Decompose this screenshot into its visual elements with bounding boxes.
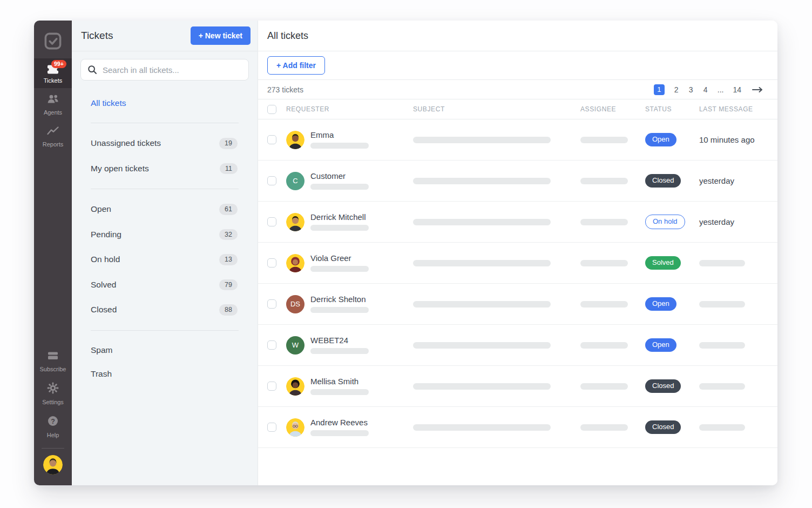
- subject-skeleton: [413, 137, 551, 143]
- sidebar-item-closed[interactable]: Closed88: [72, 297, 258, 323]
- count-badge: 88: [219, 304, 238, 316]
- page-4[interactable]: 4: [703, 85, 708, 94]
- search-input[interactable]: [80, 59, 249, 81]
- notification-badge: 99+: [51, 60, 66, 68]
- new-ticket-button[interactable]: + New ticket: [191, 26, 251, 45]
- sidebar-item-unassigned-tickets[interactable]: Unassigned tickets19: [72, 131, 258, 156]
- select-all-checkbox[interactable]: [267, 105, 276, 114]
- question-icon: ?: [46, 415, 59, 430]
- user-avatar[interactable]: [43, 455, 63, 474]
- page-ellipsis: ...: [718, 85, 724, 94]
- assignee-skeleton: [580, 260, 628, 266]
- row-checkbox[interactable]: [267, 176, 276, 185]
- status-badge[interactable]: Open: [645, 297, 676, 310]
- row-checkbox[interactable]: [267, 135, 276, 144]
- requester-name: Andrew Reeves: [310, 418, 369, 427]
- status-badge[interactable]: Open: [645, 338, 676, 351]
- ticket-row[interactable]: Mellisa SmithClosed: [258, 366, 777, 407]
- add-filter-button[interactable]: + Add filter: [267, 56, 325, 75]
- table-header: REQUESTER SUBJECT ASSIGNEE STATUS LAST M…: [258, 99, 777, 119]
- requester-avatar: DS: [286, 295, 304, 313]
- row-checkbox[interactable]: [267, 340, 276, 350]
- requester-avatar: [286, 377, 304, 396]
- arrow-right-icon[interactable]: [752, 86, 763, 93]
- status-badge[interactable]: Closed: [645, 379, 681, 392]
- row-checkbox[interactable]: [267, 423, 276, 432]
- row-checkbox[interactable]: [267, 217, 276, 226]
- ticket-row[interactable]: WWEBET24Open: [258, 325, 777, 366]
- page-2[interactable]: 2: [674, 85, 679, 94]
- rail-item-label: Subscribe: [40, 366, 66, 372]
- sidebar-item-open[interactable]: Open61: [72, 197, 258, 222]
- column-header-assignee: ASSIGNEE: [580, 105, 645, 113]
- subject-skeleton: [413, 342, 551, 349]
- ticket-icon: [46, 68, 60, 77]
- count-badge: 79: [219, 279, 238, 291]
- ticket-row[interactable]: CCustomerClosedyesterday: [258, 161, 777, 202]
- count-badge: 13: [219, 254, 238, 265]
- subject-skeleton: [413, 260, 551, 266]
- requester-avatar: [286, 254, 304, 272]
- rail-item-label: Reports: [43, 141, 64, 148]
- page-14[interactable]: 14: [733, 85, 741, 94]
- requester-name: Emma: [310, 131, 369, 140]
- sidebar-item-all-tickets[interactable]: All tickets: [72, 91, 258, 115]
- assignee-skeleton: [580, 137, 628, 143]
- sidebar-item-pending[interactable]: Pending32: [72, 222, 258, 248]
- card-icon: [46, 350, 60, 364]
- app-window: 99+TicketsAgentsReports SubscribeSetting…: [34, 21, 777, 485]
- subject-skeleton: [413, 383, 551, 390]
- page-1[interactable]: 1: [654, 84, 665, 95]
- requester-cell: Viola Greer: [286, 254, 413, 272]
- rail-item-subscribe[interactable]: Subscribe: [34, 345, 72, 377]
- rail-item-label: Help: [47, 432, 59, 438]
- row-checkbox[interactable]: [267, 258, 276, 268]
- sidebar-item-spam[interactable]: Spam: [72, 338, 258, 362]
- subject-skeleton: [413, 178, 551, 184]
- rail-item-tickets[interactable]: 99+Tickets: [34, 58, 72, 88]
- ticket-row[interactable]: Viola GreerSolved: [258, 243, 777, 284]
- sidebar-item-trash[interactable]: Trash: [72, 362, 258, 386]
- status-badge[interactable]: Closed: [645, 420, 681, 433]
- rail-item-reports[interactable]: Reports: [34, 120, 72, 152]
- sidebar-item-solved[interactable]: Solved79: [72, 272, 258, 298]
- ticket-row[interactable]: EmmaOpen10 minutes ago: [258, 119, 777, 161]
- rail-item-label: Settings: [42, 399, 64, 405]
- status-badge[interactable]: Open: [645, 133, 676, 146]
- sidebar-item-on-hold[interactable]: On hold13: [72, 247, 258, 272]
- count-badge: 32: [219, 229, 238, 240]
- page-3[interactable]: 3: [688, 85, 694, 94]
- filter-bar: + Add filter: [258, 51, 777, 80]
- column-header-subject: SUBJECT: [413, 105, 580, 113]
- sidebar-item-my-open-tickets[interactable]: My open tickets11: [72, 156, 258, 182]
- ticket-row[interactable]: Andrew ReevesClosed: [258, 407, 777, 448]
- status-badge[interactable]: Solved: [645, 256, 681, 269]
- name-skeleton: [310, 389, 369, 395]
- ticket-row[interactable]: Derrick MitchellOn holdyesterday: [258, 202, 777, 243]
- rail-item-agents[interactable]: Agents: [34, 88, 72, 120]
- requester-name: Derrick Shelton: [310, 295, 369, 304]
- row-checkbox[interactable]: [267, 382, 276, 391]
- sidebar-item-label: Solved: [91, 280, 116, 290]
- requester-cell: DSDerrick Shelton: [286, 295, 413, 313]
- sidebar-item-label: All tickets: [91, 98, 126, 108]
- rail-item-help[interactable]: ?Help: [34, 410, 72, 443]
- reports-icon: [46, 125, 60, 139]
- status-badge[interactable]: On hold: [645, 215, 685, 229]
- row-checkbox[interactable]: [267, 299, 276, 309]
- last-message-time: 10 minutes ago: [699, 135, 755, 144]
- column-header-requester: REQUESTER: [286, 105, 413, 113]
- ticket-row[interactable]: DSDerrick SheltonOpen: [258, 284, 777, 325]
- app-logo[interactable]: [34, 28, 72, 54]
- main-header: All tickets: [258, 21, 777, 51]
- rail-item-settings[interactable]: Settings: [34, 377, 72, 410]
- name-skeleton: [310, 307, 369, 313]
- name-skeleton: [310, 266, 369, 272]
- primary-nav-rail: 99+TicketsAgentsReports SubscribeSetting…: [34, 21, 72, 485]
- list-meta-bar: 273 tickets 1234...14: [258, 80, 777, 99]
- count-badge: 11: [220, 163, 238, 175]
- sidebar-item-label: Unassigned tickets: [91, 138, 161, 148]
- requester-avatar: [286, 213, 304, 231]
- status-badge[interactable]: Closed: [645, 174, 681, 187]
- name-skeleton: [310, 184, 369, 190]
